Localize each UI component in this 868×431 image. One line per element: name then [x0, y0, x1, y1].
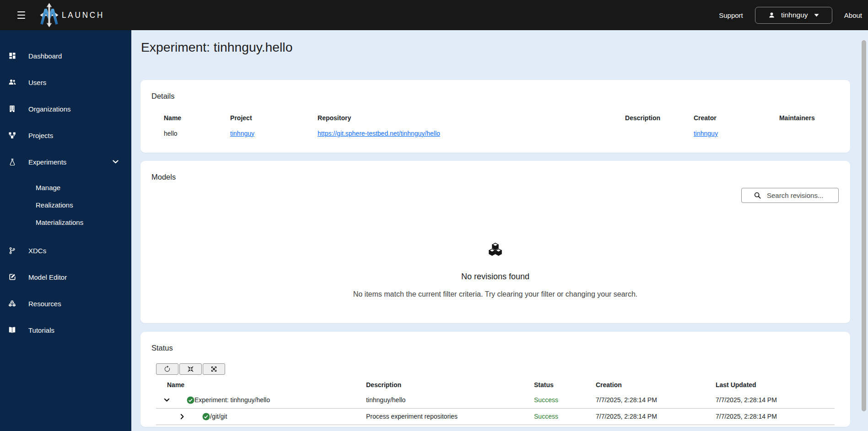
details-table: Name Project Repository Description Crea…	[156, 111, 835, 142]
status-card-title: Status	[140, 332, 850, 352]
status-col-last-updated: Last Updated	[712, 378, 835, 392]
users-icon	[8, 79, 16, 85]
details-col-creator: Creator	[690, 111, 776, 125]
sidebar-item-realizations[interactable]: Realizations	[0, 196, 131, 213]
models-card: Models	[140, 161, 850, 323]
status-col-status: Status	[530, 378, 592, 392]
book-icon	[8, 327, 16, 333]
status-badge: Success	[530, 408, 592, 425]
project-link[interactable]: tinhnguy	[230, 130, 254, 137]
details-col-project: Project	[226, 111, 314, 125]
menu-toggle-button[interactable]	[17, 11, 25, 19]
sidebar-item-materializations[interactable]: Materializations	[0, 213, 131, 231]
creator-link[interactable]: tinhnguy	[694, 130, 718, 137]
sidebar-item-organizations[interactable]: Organizations	[0, 96, 131, 122]
status-row-last-updated: 7/7/2025, 2:28:14 PM	[712, 408, 835, 425]
sidebar-item-experiments[interactable]: Experiments	[0, 149, 131, 175]
details-row: hello tinhnguy https://git.sphere-testbe…	[156, 125, 835, 142]
status-row-name: /git/git	[210, 413, 227, 420]
sidebar-item-projects[interactable]: Projects	[0, 122, 131, 149]
search-box	[741, 188, 839, 203]
user-menu-button[interactable]: tinhnguy	[755, 7, 832, 24]
diagram-icon	[8, 132, 16, 138]
about-link[interactable]: About	[844, 11, 862, 19]
models-empty-state: No revisions found No items match the cu…	[140, 242, 850, 298]
check-circle-icon	[187, 396, 194, 404]
chevron-down-icon[interactable]	[163, 398, 170, 402]
caret-down-icon	[814, 14, 819, 17]
check-circle-icon	[202, 413, 210, 420]
sidebar-item-model-editor[interactable]: Model Editor	[0, 264, 131, 290]
brand-name: LAUNCH	[62, 11, 104, 20]
search-revisions-input[interactable]	[766, 191, 835, 200]
models-card-title: Models	[140, 161, 850, 181]
details-col-name: Name	[156, 111, 226, 125]
repository-link[interactable]: https://git.sphere-testbed.net/tinhnguy/…	[318, 130, 440, 137]
status-row-experiment: Experiment: tinhnguy/hello tinhnguy/hell…	[156, 392, 835, 409]
support-link[interactable]: Support	[719, 11, 743, 19]
status-row-description: Process experiment repositories	[362, 408, 530, 425]
sidebar-item-label: Dashboard	[28, 52, 62, 60]
sidebar-item-resources[interactable]: Resources	[0, 290, 131, 317]
boxes-empty-icon	[140, 242, 850, 257]
details-card-title: Details	[140, 80, 850, 101]
expand-icon	[211, 366, 217, 372]
sidebar-item-label: Model Editor	[28, 273, 67, 281]
status-row-name: Experiment: tinhnguy/hello	[194, 396, 270, 404]
sidebar-item-label: Realizations	[36, 201, 73, 209]
search-icon	[754, 192, 761, 199]
sidebar-item-label: Experiments	[28, 158, 66, 166]
chevron-down-icon	[113, 160, 119, 164]
refresh-icon	[164, 366, 171, 372]
sidebar-item-users[interactable]: Users	[0, 69, 131, 96]
sidebar-item-xdcs[interactable]: XDCs	[0, 237, 131, 264]
details-col-maintainers: Maintainers	[776, 111, 835, 125]
collapse-icon	[188, 366, 194, 372]
flask-icon	[8, 159, 16, 165]
sidebar-item-dashboard[interactable]: Dashboard	[0, 43, 131, 69]
boxes-icon	[8, 300, 16, 307]
chevron-right-icon[interactable]	[179, 414, 185, 420]
details-maintainers-cell	[776, 125, 835, 142]
sidebar-item-label: Manage	[36, 184, 60, 192]
sidebar-item-label: Users	[28, 79, 46, 86]
sidebar-item-label: XDCs	[28, 247, 46, 255]
status-toolbar	[156, 363, 850, 375]
status-table: Name Description Status Creation Last Up…	[156, 378, 835, 425]
status-row-creation: 7/7/2025, 2:28:14 PM	[592, 392, 712, 409]
refresh-button[interactable]	[156, 363, 178, 375]
git-branch-icon	[8, 247, 16, 254]
status-col-description: Description	[362, 378, 530, 392]
sidebar-item-manage[interactable]: Manage	[0, 179, 131, 196]
dashboard-icon	[8, 53, 16, 59]
status-row-git: /git/git Process experiment repositories…	[156, 408, 835, 425]
details-repository-cell: https://git.sphere-testbed.net/tinhnguy/…	[314, 125, 621, 142]
collapse-all-button[interactable]	[179, 363, 202, 375]
sidebar-item-label: Resources	[28, 300, 61, 308]
status-col-name: Name	[156, 378, 362, 392]
details-card: Details Name Project Repository Descript…	[140, 80, 850, 153]
status-row-creation: 7/7/2025, 2:28:14 PM	[592, 408, 712, 425]
sidebar-item-label: Projects	[28, 132, 53, 139]
user-name: tinhnguy	[781, 11, 808, 19]
expand-all-button[interactable]	[203, 363, 225, 375]
launch-logo-icon	[40, 2, 59, 28]
details-project-cell: tinhnguy	[226, 125, 314, 142]
page-title: Experiment: tinhnguy.hello	[141, 41, 868, 54]
details-name-cell: hello	[156, 125, 226, 142]
sidebar-item-tutorials[interactable]: Tutorials	[0, 317, 131, 343]
status-row-last-updated: 7/7/2025, 2:28:14 PM	[712, 392, 835, 409]
brand[interactable]: LAUNCH	[40, 2, 107, 28]
status-row-name-group: Experiment: tinhnguy/hello	[163, 396, 359, 404]
status-row-description: tinhnguy/hello	[362, 392, 530, 409]
main-content: Experiment: tinhnguy.hello Details Name …	[131, 30, 868, 431]
status-card: Status	[140, 332, 850, 427]
empty-state-message: No items match the current filter criter…	[140, 290, 850, 298]
details-creator-cell: tinhnguy	[690, 125, 776, 142]
vertical-scrollbar-thumb[interactable]	[862, 40, 866, 411]
details-description-cell	[621, 125, 690, 142]
person-icon	[768, 12, 775, 19]
building-icon	[8, 106, 16, 112]
details-col-repository: Repository	[314, 111, 621, 125]
empty-state-heading: No revisions found	[140, 272, 850, 282]
